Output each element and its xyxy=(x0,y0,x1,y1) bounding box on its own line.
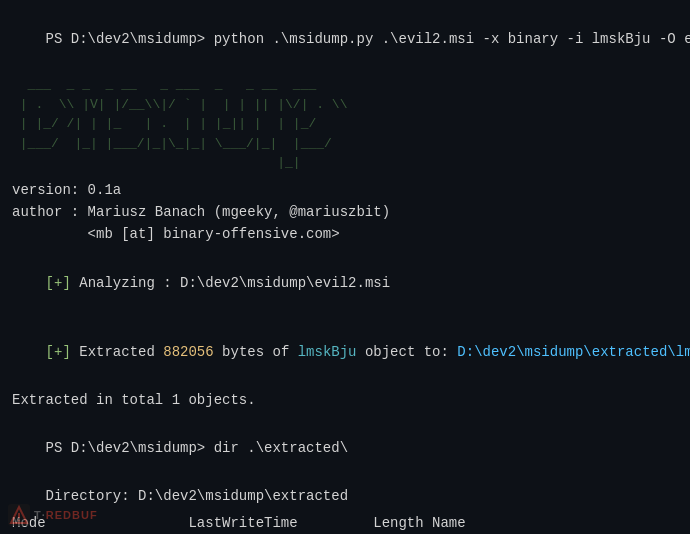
ascii-art-banner: ___ _ _ _ __ _ ___ _ _ __ ___ | . \\ |V|… xyxy=(12,75,678,173)
watermark-brand: REDBUF xyxy=(46,509,98,521)
extracted-bytes: 882056 xyxy=(163,344,213,360)
analyzing-bracket: [+] xyxy=(46,275,71,291)
terminal-window: PS D:\dev2\msidump> python .\msidump.py … xyxy=(0,0,690,534)
extracted-path: D:\dev2\msidump\extracted\lmskBju.bin xyxy=(457,344,690,360)
extracted-text-3: object to: xyxy=(357,344,458,360)
ascii-line-4: |___/ |_| |___/|_|\_|_| \___/|_| |___/ xyxy=(12,134,678,154)
watermark-logo-icon xyxy=(8,504,30,526)
command-2: dir .\extracted\ xyxy=(205,440,348,456)
version-line: version: 0.1a xyxy=(12,179,678,201)
extracted-line: [+] Extracted 882056 bytes of lmskBju ob… xyxy=(12,321,678,384)
analyzing-line: [+] Analyzing : D:\dev2\msidump\evil2.ms… xyxy=(12,252,678,315)
prompt-1: PS D:\dev2\msidump> xyxy=(46,31,206,47)
ascii-line-2: | . \\ |V| |/__\\|/ ` | | | || |\/| . \\ xyxy=(12,95,678,115)
svg-point-3 xyxy=(18,520,20,522)
ascii-line-1: ___ _ _ _ __ _ ___ _ _ __ ___ xyxy=(12,75,678,95)
command-line-1: PS D:\dev2\msidump> python .\msidump.py … xyxy=(12,8,678,71)
ascii-line-3: | |_/ /| | |_ | . | | |_|| | | |_/ xyxy=(12,114,678,134)
watermark-label: T·REDBUF xyxy=(34,509,98,521)
extracted-object-name: lmskBju xyxy=(298,344,357,360)
prompt-2: PS D:\dev2\msidump> xyxy=(46,440,206,456)
ascii-line-5: |_| xyxy=(12,153,678,173)
extracted-bracket: [+] xyxy=(46,344,71,360)
column-headers: Mode LastWriteTime Length Name xyxy=(12,513,678,534)
extracted-text-2: bytes of xyxy=(214,344,298,360)
total-objects-line: Extracted in total 1 objects. xyxy=(12,390,678,411)
analyzing-text: Analyzing : D:\dev2\msidump\evil2.msi xyxy=(71,275,390,291)
directory-label: Directory: D:\dev2\msidump\extracted xyxy=(12,486,678,507)
command-line-2: PS D:\dev2\msidump> dir .\extracted\ xyxy=(12,417,678,480)
watermark: T·REDBUF xyxy=(8,504,98,526)
author-line-2: <mb [at] binary-offensive.com> xyxy=(12,223,678,245)
command-1: python .\msidump.py .\evil2.msi -x binar… xyxy=(205,31,690,47)
author-line-1: author : Mariusz Banach (mgeeky, @marius… xyxy=(12,201,678,223)
extracted-text-1: Extracted xyxy=(71,344,163,360)
